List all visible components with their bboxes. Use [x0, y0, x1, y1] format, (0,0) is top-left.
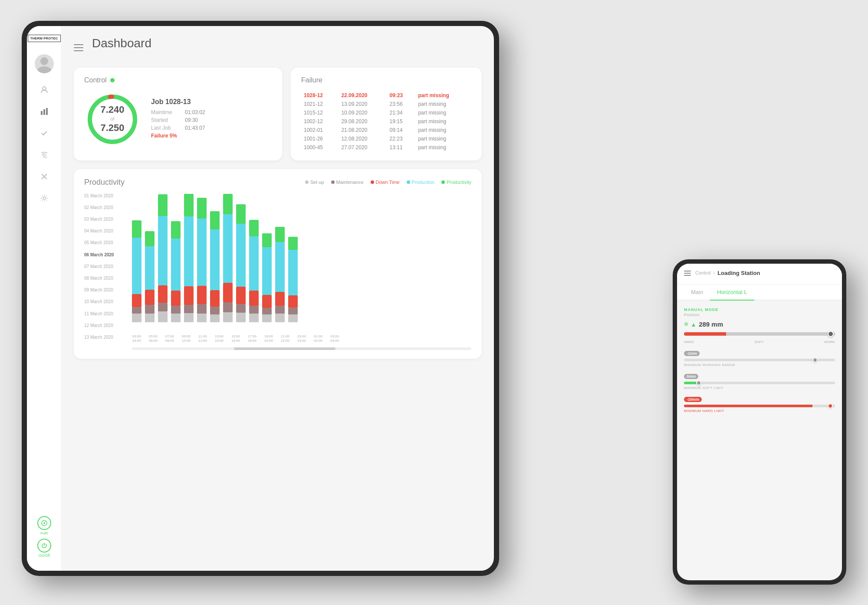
bar-downtime: [184, 286, 194, 305]
time-label: 03:0004:00: [330, 334, 339, 343]
tab-main[interactable]: Main: [684, 285, 710, 301]
bar-downtime: [132, 294, 141, 307]
hard-limit-slider-section: -10mm MINIMUM HARD LIMIT: [684, 397, 835, 413]
bar-production: [223, 214, 233, 283]
legend-item: Productivity: [441, 180, 471, 185]
phone-header: Control › Loading Station: [677, 264, 842, 285]
page-title: Dashboard: [92, 36, 151, 50]
bar-group: [249, 194, 259, 322]
legend-dot: [371, 180, 374, 184]
onoff-button[interactable]: On/Off: [37, 539, 51, 558]
time-label: 17:0018:00: [247, 334, 257, 343]
working-range-label: MINIMUM WORKING RANGE: [684, 363, 835, 367]
position-label: Position: [684, 313, 835, 317]
soft-limit-slider[interactable]: [684, 382, 835, 384]
svg-rect-3: [41, 111, 43, 115]
logo: THERM PROTEC: [28, 35, 61, 43]
failure-row: 1002-12 29.08.2020 19:15 part missing: [301, 117, 471, 126]
chart-date: 12 March 2020: [84, 324, 132, 328]
bar-production: [145, 246, 155, 290]
bar-maintenance: [197, 304, 207, 314]
svg-point-1: [37, 66, 51, 73]
legend-item: Maintenance: [331, 180, 364, 185]
maintime-label: Maintime: [151, 109, 181, 115]
bar-maintenance: [275, 306, 285, 314]
chart-date: 01 March 2020: [84, 194, 132, 198]
bar-setup: [158, 311, 168, 322]
chart-date: 03 March 2020: [84, 217, 132, 222]
hard-limit-slider[interactable]: [684, 405, 835, 407]
bar-production: [236, 224, 246, 287]
time-label: 23:0024:00: [297, 334, 306, 343]
top-panels: Control: [74, 68, 482, 160]
bar-productivity: [288, 237, 298, 250]
donut-of: of: [100, 116, 124, 122]
donut-value: 7.240: [100, 104, 124, 116]
legend-dot: [331, 180, 335, 184]
svg-point-15: [43, 522, 45, 524]
chart-date: 06 March 2020: [84, 253, 132, 257]
legend-label: Production: [412, 180, 435, 185]
working-range-slider[interactable]: [684, 359, 835, 361]
time-label: 13:0014:00: [214, 334, 224, 343]
bar-productivity: [262, 233, 272, 247]
bar-maintenance: [262, 308, 272, 314]
bar-group: [132, 194, 141, 322]
bar-downtime: [158, 285, 168, 303]
phone-body: MANUAL MODE Position ⊕ 289 mm HAR: [677, 301, 842, 580]
svg-point-11: [45, 156, 46, 158]
scrollbar[interactable]: [132, 347, 471, 350]
phone-breadcrumb: Control › Loading Station: [695, 270, 760, 276]
sidebar-icon-check[interactable]: [36, 125, 52, 141]
sidebar-icon-close[interactable]: [36, 169, 52, 184]
phone-tabs: Main Horizontal L: [677, 285, 842, 301]
bar-production: [275, 242, 285, 292]
legend-dot: [305, 180, 309, 184]
bar-group: [184, 194, 194, 322]
sidebar-icon-user[interactable]: [36, 82, 52, 98]
legend-item: Down Time: [371, 180, 400, 185]
sidebar-icon-chart[interactable]: [36, 104, 52, 119]
bar-downtime: [171, 291, 181, 306]
maintime-value: 01:03:02: [185, 109, 205, 115]
chart-date: 05 March 2020: [84, 241, 132, 245]
soft-limit-label: MINIMUM SOFT LIMIT: [684, 386, 835, 390]
legend-item: Production: [407, 180, 435, 185]
control-panel-title: Control: [84, 76, 272, 84]
main-slider[interactable]: [684, 332, 835, 336]
sidebar: THERM PROTEC: [27, 26, 62, 571]
legend-item: Set up: [305, 180, 324, 185]
bar-group: [288, 194, 298, 322]
svg-point-14: [43, 197, 46, 199]
bar-maintenance: [223, 302, 233, 312]
time-label: 05:0006:00: [148, 334, 158, 343]
bar-setup: [275, 314, 285, 322]
failure-row: 1001-26 12.08.2020 22:23 part missing: [301, 134, 471, 143]
sidebar-icon-settings[interactable]: [36, 190, 52, 206]
failure-panel-title: Failure: [301, 76, 471, 84]
bar-group: [197, 194, 207, 322]
bar-setup: [210, 314, 220, 322]
onoff-label: On/Off: [38, 553, 49, 558]
productivity-panel: Productivity Set up Maintenance Down Tim…: [74, 169, 482, 359]
bar-production: [197, 219, 207, 286]
sidebar-icon-filter[interactable]: [36, 147, 52, 163]
status-dot: [110, 78, 115, 82]
phone-device: Control › Loading Station Main Horizonta…: [673, 259, 846, 585]
bar-productivity: [236, 204, 246, 224]
position-value: 289 mm: [691, 320, 723, 328]
bar-downtime: [145, 290, 155, 305]
legend-dot: [441, 180, 445, 184]
bar-maintenance: [249, 306, 259, 314]
hard-limit-value: -10mm: [684, 397, 702, 402]
hamburger-menu[interactable]: [74, 44, 83, 51]
auto-button[interactable]: Auto: [37, 516, 51, 535]
bar-downtime: [275, 292, 285, 306]
working-range-value: -1mm: [684, 351, 700, 356]
bar-setup: [184, 313, 194, 322]
tab-horizontal[interactable]: Horizontal L: [710, 285, 754, 301]
chart-date: 02 March 2020: [84, 206, 132, 210]
bar-setup: [197, 314, 207, 322]
chart-area: 01 March 202002 March 202003 March 20200…: [84, 194, 471, 350]
phone-hamburger[interactable]: [684, 271, 691, 276]
